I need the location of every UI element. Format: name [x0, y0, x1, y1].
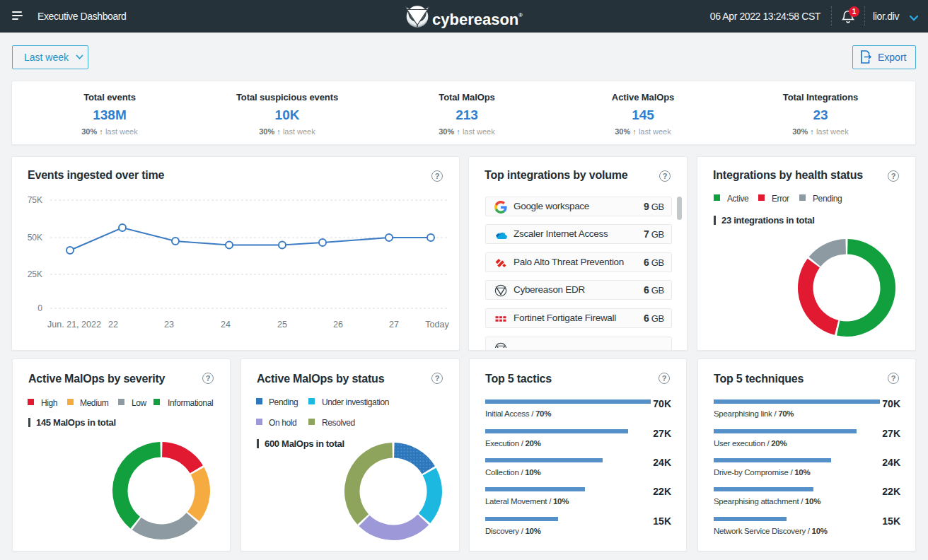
svg-text:Today: Today	[425, 320, 449, 329]
svg-text:23: 23	[164, 320, 174, 329]
svg-text:24: 24	[221, 320, 231, 329]
svg-text:25: 25	[277, 320, 287, 329]
svg-text:0: 0	[37, 303, 42, 313]
svg-text:Jun. 21, 2022: Jun. 21, 2022	[47, 320, 101, 329]
svg-text:50K: 50K	[28, 233, 42, 243]
svg-text:75K: 75K	[28, 195, 42, 205]
svg-text:25K: 25K	[28, 269, 42, 279]
svg-text:27: 27	[389, 320, 399, 329]
svg-text:22: 22	[108, 320, 118, 329]
svg-text:26: 26	[333, 320, 343, 329]
